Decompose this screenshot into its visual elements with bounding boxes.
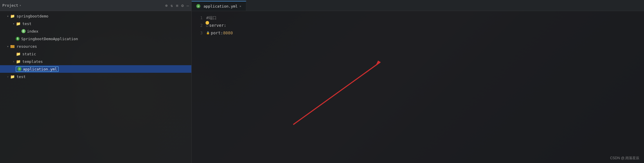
- svg-rect-2: [11, 46, 12, 46]
- project-tree: ▾ 📁 springbootdemo ▾ 📁 test C index S Sp…: [0, 11, 191, 163]
- watermark: CSDN @,雨落星辰: [610, 156, 639, 161]
- project-label: Project: [2, 3, 18, 8]
- code-line-3: 🔒 port: 8080: [206, 29, 644, 37]
- selected-file-box: ⚙ application.yml: [16, 66, 59, 72]
- spring-c-icon: C: [21, 29, 26, 33]
- collapse-arrow: ›: [12, 60, 16, 63]
- tree-label: static: [22, 52, 36, 56]
- tree-label: resources: [17, 44, 37, 49]
- minimize-icon[interactable]: —: [187, 3, 189, 8]
- filter-icon[interactable]: ≡: [176, 3, 178, 8]
- line-number-1: 1: [192, 14, 203, 22]
- gear-icon[interactable]: ⚙: [181, 3, 184, 8]
- code-area[interactable]: #端口 □ server: 🔒 port: 8080: [206, 13, 644, 161]
- code-line-1: #端口: [206, 14, 644, 22]
- code-key-port: port:: [211, 29, 223, 37]
- expand-arrow: ▾: [6, 45, 10, 48]
- project-panel: Project ▾ ⊕ ⇅ ≡ ⚙ — ▾ 📁 springbootdemo ▾: [0, 0, 192, 163]
- expand-arrow: ▾: [6, 15, 10, 18]
- line-number-3: 3: [192, 29, 203, 37]
- tree-item-static[interactable]: 📁 static: [0, 50, 191, 58]
- header-icons: ⊕ ⇅ ≡ ⚙ —: [165, 3, 189, 8]
- tree-label: test: [17, 75, 26, 79]
- tree-item-springbootdemo[interactable]: ▾ 📁 springbootdemo: [0, 12, 191, 20]
- tree-label: index: [27, 29, 38, 33]
- code-key-server: server:: [209, 22, 226, 29]
- tree-item-test-bottom[interactable]: › 📁 test: [0, 73, 191, 80]
- tree-label: test: [22, 22, 31, 26]
- folder-icon: 📁: [16, 51, 21, 56]
- panel-header: Project ▾ ⊕ ⇅ ≡ ⚙ —: [0, 0, 191, 11]
- yaml-icon: ⚙: [17, 67, 21, 71]
- code-comment-text: #端口: [206, 14, 217, 22]
- editor-panel: ⚙ application.yml × 1 2 3 #端口: [192, 0, 644, 163]
- tree-item-test[interactable]: ▾ 📁 test: [0, 20, 191, 27]
- tree-label: SpringbootDemoApplication: [21, 37, 78, 41]
- tree-item-index[interactable]: C index: [0, 27, 191, 35]
- spring-icon: S: [16, 37, 20, 41]
- tree-label: templates: [22, 59, 43, 64]
- scroll-icon[interactable]: ⇅: [170, 3, 173, 8]
- add-icon[interactable]: ⊕: [165, 3, 168, 8]
- tree-label: springbootdemo: [17, 14, 48, 18]
- collapse-arrow: ›: [6, 75, 10, 78]
- tab-yaml-icon: ⚙: [196, 4, 200, 8]
- tree-item-resources[interactable]: ▾ resources: [0, 42, 191, 50]
- panel-title: Project ▾: [2, 3, 21, 8]
- line-number-2: 2: [192, 22, 203, 29]
- line-numbers: 1 2 3: [192, 13, 206, 161]
- editor-content: 1 2 3 #端口 □ server: 🔒 po: [192, 11, 644, 163]
- folder-icon: 📁: [16, 21, 21, 26]
- tab-close-button[interactable]: ×: [239, 4, 241, 8]
- expand-arrow: ▾: [12, 22, 16, 25]
- folder-icon: 📁: [10, 74, 15, 79]
- lock-icon: 🔒: [206, 29, 210, 37]
- tab-bar: ⚙ application.yml ×: [192, 0, 644, 11]
- bulb-indicator: [206, 21, 209, 24]
- tree-item-application-yml[interactable]: ⚙ application.yml: [0, 65, 191, 73]
- tab-label: application.yml: [204, 4, 238, 8]
- code-line-2: □ server:: [206, 22, 644, 29]
- folder-icon: 📁: [10, 13, 15, 19]
- tab-application-yml[interactable]: ⚙ application.yml ×: [192, 1, 246, 11]
- resources-folder-icon: [10, 44, 15, 49]
- tree-item-springboot-app[interactable]: S SpringbootDemoApplication: [0, 35, 191, 42]
- code-value-port: 8080: [223, 29, 233, 37]
- folder-icon: 📁: [16, 59, 21, 64]
- tree-item-templates[interactable]: › 📁 templates: [0, 58, 191, 65]
- tree-label: application.yml: [23, 67, 57, 71]
- chevron-down-icon[interactable]: ▾: [19, 4, 21, 7]
